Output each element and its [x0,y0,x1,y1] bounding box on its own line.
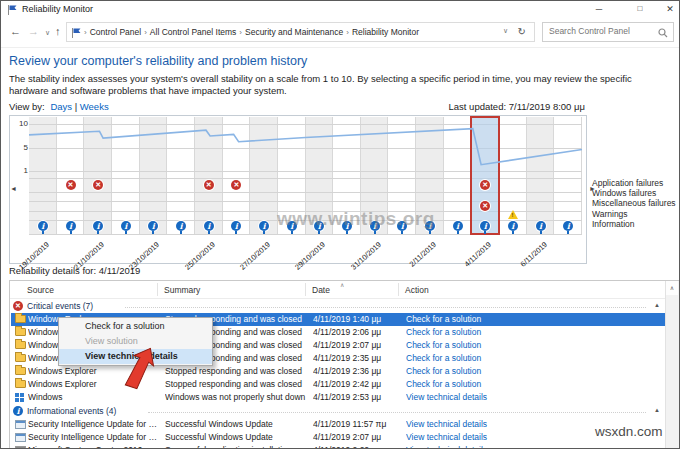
event-group-line [148,412,646,413]
event-group-row[interactable]: ✕Critical events (7)▲ [10,299,666,313]
breadcrumb-item[interactable]: All Control Panel Items [150,27,236,37]
information-icon[interactable]: i [259,221,269,231]
chart-row-legend: Application failuresWindows failuresMisc… [592,178,676,229]
cell-summary: Stopped responding and was closed [165,365,306,378]
row-windows-icon [15,393,24,402]
red-arrow-annotation [121,346,165,394]
information-icon[interactable]: i [121,221,131,231]
cell-source: Security Intelligence Update for W... [28,418,158,431]
table-row[interactable]: Windows ExplorerStopped responding and w… [11,378,665,391]
legend-row-label: Miscellaneous failures [592,198,676,208]
breadcrumb-flag-icon [71,27,82,38]
view-by-weeks-link[interactable]: Weeks [80,101,109,112]
breadcrumb-separator-icon: › [346,28,349,37]
details-title: Reliability details for: 4/11/2019 [9,265,140,276]
legend-row-label: Windows failures [592,188,676,198]
row-folder-icon [15,367,26,375]
last-updated-label: Last updated: 7/11/2019 8:00 μμ [449,101,586,112]
search-icon[interactable] [658,28,668,38]
cell-date: 4/11/2019 2:07 μμ [313,339,399,352]
address-bar[interactable]: ›Control Panel›All Control Panel Items›S… [66,22,535,42]
warning-icon[interactable]: ! [508,210,518,219]
information-icon[interactable]: i [453,221,463,231]
information-icon[interactable]: i [204,221,214,231]
column-separator[interactable] [305,283,306,296]
cell-action-link[interactable]: View technical details [406,444,656,449]
row-app-window-icon [15,433,26,442]
cell-date: 4/11/2019 1:40 μμ [313,313,399,326]
view-by-separator: | [75,101,77,112]
failure-icon[interactable]: ✕ [66,180,76,190]
table-row[interactable]: Microsoft System Center 2016 Ma...Succes… [11,444,665,449]
column-header[interactable]: Source [27,285,54,295]
minimize-button[interactable]: ─ [589,2,609,16]
row-folder-icon [15,380,26,388]
search-box[interactable] [542,22,674,42]
cell-summary: Successful Windows Update [165,431,306,444]
cell-action-link[interactable]: Check for a solution [406,326,656,339]
breadcrumb-item[interactable]: Security and Maintenance [245,27,343,37]
breadcrumb-item[interactable]: Reliability Monitor [352,27,419,37]
collapse-group-icon[interactable]: ▲ [654,407,660,413]
row-folder-icon [15,354,26,362]
legend-row-label: Information [592,219,676,229]
cell-summary: Successful Windows Update [165,418,306,431]
back-icon[interactable]: ← [10,26,21,37]
cell-date: 4/11/2019 11:57 πμ [313,418,399,431]
view-by-label: View by: [9,101,45,112]
event-group-label: Informational events (4) [27,406,116,416]
column-header[interactable]: Summary [164,285,200,295]
view-by-days-link[interactable]: Days [50,101,72,112]
table-row[interactable]: WindowsWindows was not properly shut dow… [11,391,665,404]
maximize-button[interactable]: □ [630,2,650,16]
information-icon[interactable]: i [508,221,518,231]
table-row[interactable]: Security Intelligence Update for W...Suc… [11,431,665,444]
row-app-window-icon [15,420,26,429]
cell-action-link[interactable]: Check for a solution [406,352,656,365]
cell-source: Security Intelligence Update for W... [28,431,158,444]
row-folder-icon [15,328,26,336]
event-group-label: Critical events (7) [27,301,93,311]
cell-action-link[interactable]: Check for a solution [406,339,656,352]
navigation-toolbar: ← → ∨ ↑ ›Control Panel›All Control Panel… [1,18,679,48]
cell-action-link[interactable]: View technical details [406,391,656,404]
event-group-line [125,307,646,308]
cell-action-link[interactable]: Check for a solution [406,365,656,378]
table-row[interactable]: Windows ExplorerStopped responding and w… [11,365,665,378]
address-dropdown-icon[interactable]: ∨ [503,27,508,35]
cell-summary: Successful application installation [165,444,306,449]
close-button[interactable]: ✕ [660,2,680,16]
cell-summary: Stopped responding and was closed [165,378,306,391]
event-group-row[interactable]: iInformational events (4)▲ [10,404,666,418]
cell-date: 4/11/2019 2:35 μμ [313,352,399,365]
chart-scroll-left-icon[interactable]: ◄ [10,185,17,192]
window-title: Reliability Monitor [22,4,93,14]
information-icon[interactable]: i [38,221,48,231]
forward-icon[interactable]: → [28,26,39,37]
information-icon[interactable]: i [536,221,546,231]
refresh-icon[interactable]: ↻ [518,26,526,37]
menu-item-check-for-a-solution[interactable]: Check for a solution [59,319,212,334]
column-separator[interactable] [157,283,158,296]
row-folder-icon [15,341,26,349]
column-header[interactable]: Action [405,285,429,295]
up-icon[interactable]: ↑ [55,26,61,37]
history-dropdown-icon[interactable]: ∨ [45,27,50,38]
group-critical-icon: ✕ [13,301,23,311]
information-icon[interactable]: i [66,221,76,231]
cell-action-link[interactable]: Check for a solution [406,378,656,391]
column-header[interactable]: Date [312,285,330,295]
row-folder-icon [15,315,26,323]
column-separator[interactable] [398,283,399,296]
cell-action-link[interactable]: Check for a solution [406,313,656,326]
table-row[interactable]: Security Intelligence Update for W...Suc… [11,418,665,431]
breadcrumb-separator-icon: › [144,28,147,37]
chart-watermark: www.wintips.org [277,208,435,230]
breadcrumb-item[interactable]: Control Panel [90,27,142,37]
scrollbar-up-icon[interactable]: ∧ [666,281,678,295]
stability-chart: 1051✕✕✕✕✕✕!iiiiiiiiiiiiiiiiiiii19/10/201… [9,115,587,264]
vertical-scrollbar[interactable]: ∧ [665,281,679,449]
collapse-group-icon[interactable]: ▲ [654,302,660,308]
failure-icon[interactable]: ✕ [204,180,214,190]
search-input[interactable] [547,25,656,37]
